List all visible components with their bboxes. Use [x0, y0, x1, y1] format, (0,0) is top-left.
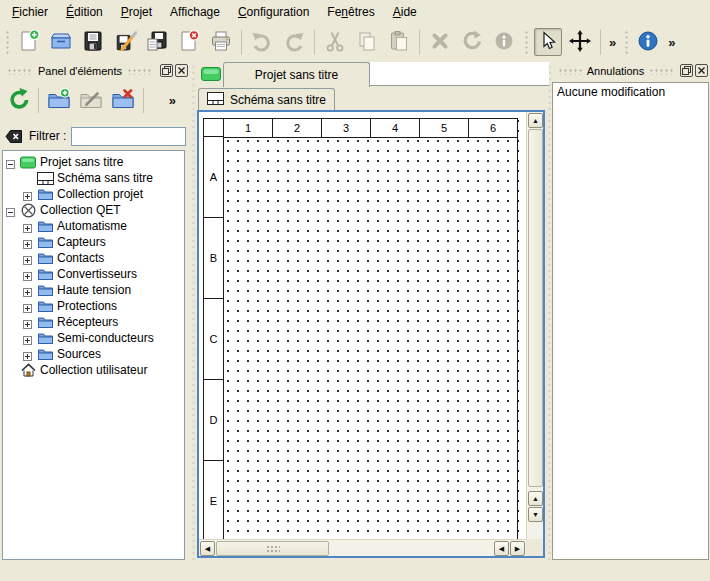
undo-history-list[interactable]: Aucune modification — [552, 82, 709, 560]
folder-blue-icon — [36, 236, 54, 248]
tree-expander-plus[interactable] — [23, 238, 32, 247]
tree-item-label: Haute tension — [57, 283, 131, 297]
menu-aide[interactable]: Aide — [384, 2, 426, 22]
undo-button[interactable] — [248, 28, 276, 56]
toolbar-handle[interactable] — [4, 29, 10, 55]
new-category-button[interactable] — [45, 86, 73, 114]
tree-expander-plus[interactable] — [23, 350, 32, 359]
horizontal-scrollbar[interactable]: ◀ ◀ ▶ — [199, 539, 526, 556]
undo-list-item[interactable]: Aucune modification — [553, 83, 708, 101]
splitter-handle[interactable] — [190, 62, 195, 560]
folder-blue-icon — [36, 268, 54, 280]
tree-item[interactable]: Collection QET — [3, 202, 184, 218]
vertical-scrollbar-thumb[interactable] — [528, 129, 543, 487]
tree-item[interactable]: Contacts — [3, 250, 184, 266]
delete-category-icon — [111, 87, 135, 114]
dock-close-button[interactable] — [695, 64, 708, 77]
tree-item[interactable]: Automatisme — [3, 218, 184, 234]
scroll-left-button[interactable]: ◀ — [200, 541, 215, 556]
diagram-info-button[interactable] — [634, 28, 662, 56]
save-as-button[interactable] — [111, 28, 139, 56]
tree-item[interactable]: Haute tension — [3, 282, 184, 298]
tree-item[interactable]: Collection utilisateur — [3, 362, 184, 378]
tree-item[interactable]: Semi-conducteurs — [3, 330, 184, 346]
move-mode-button[interactable] — [566, 28, 594, 56]
horizontal-scrollbar-thumb[interactable] — [216, 541, 329, 556]
clear-filter-button[interactable] — [4, 127, 24, 145]
reload-collections-button[interactable] — [4, 86, 32, 114]
redo-button[interactable] — [280, 28, 308, 56]
tree-expander-minus[interactable] — [6, 158, 15, 167]
tree-expander-plus[interactable] — [23, 334, 32, 343]
tree-expander-plus[interactable] — [23, 222, 32, 231]
tree-item[interactable]: Projet sans titre — [3, 154, 184, 170]
menu-edition[interactable]: Édition — [57, 2, 112, 22]
tree-expander-plus[interactable] — [23, 302, 32, 311]
sheet-column-header: 1 — [223, 118, 273, 138]
tree-item[interactable]: Collection projet — [3, 186, 184, 202]
close-file-icon — [177, 29, 201, 56]
object-info-button[interactable] — [490, 28, 518, 56]
save-icon — [81, 29, 105, 56]
scroll-up-button[interactable]: ▲ — [528, 491, 543, 506]
menu-affichage[interactable]: Affichage — [161, 2, 229, 22]
paste-button[interactable] — [385, 28, 413, 56]
sheet-row-header: B — [203, 217, 224, 299]
element-tree[interactable]: Projet sans titreSchéma sans titreCollec… — [2, 150, 185, 560]
close-file-button[interactable] — [175, 28, 203, 56]
toolbar-handle[interactable] — [523, 29, 529, 55]
tree-expander-plus[interactable] — [23, 190, 32, 199]
menu-fichier[interactable]: Fichier — [3, 2, 57, 22]
dock-float-button[interactable] — [160, 64, 173, 77]
paste-icon — [387, 29, 411, 56]
tree-expander-minus[interactable] — [6, 206, 15, 215]
toolbar-overflow-button[interactable]: » — [664, 35, 679, 50]
panel-overflow-button[interactable]: » — [165, 93, 180, 108]
tree-item[interactable]: Sources — [3, 346, 184, 362]
project-tab[interactable]: Projet sans titre — [223, 62, 370, 87]
tree-expander-plus[interactable] — [23, 254, 32, 263]
tree-item[interactable]: Récepteurs — [3, 314, 184, 330]
tree-item-label: Semi-conducteurs — [57, 331, 154, 345]
copy-button[interactable] — [353, 28, 381, 56]
edit-category-button[interactable] — [77, 86, 105, 114]
tree-expander-plus[interactable] — [23, 286, 32, 295]
tree-expander-plus[interactable] — [23, 318, 32, 327]
toolbar-separator — [600, 30, 601, 55]
undo-panel-title: Annulations — [587, 65, 645, 77]
scroll-left-button[interactable]: ◀ — [494, 541, 509, 556]
toolbar-handle[interactable] — [623, 29, 629, 55]
menu-configuration[interactable]: Configuration — [229, 2, 318, 22]
home-icon — [19, 363, 37, 377]
vertical-scrollbar[interactable]: ▲ ▲ ▼ — [526, 112, 543, 539]
cut-button[interactable] — [321, 28, 349, 56]
diagram-canvas[interactable]: 123456 ABCDE — [199, 112, 526, 539]
scroll-down-button[interactable]: ▼ — [528, 507, 543, 522]
menu-fenetres[interactable]: Fenêtres — [318, 2, 383, 22]
select-mode-button[interactable] — [534, 28, 562, 56]
tree-item[interactable]: Protections — [3, 298, 184, 314]
undo-panel-dock: Annulations Aucune modification — [551, 62, 710, 560]
schema-tab[interactable]: Schéma sans titre — [198, 88, 335, 110]
folder-blue-icon — [36, 252, 54, 264]
new-file-button[interactable] — [15, 28, 43, 56]
tree-item[interactable]: Schéma sans titre — [3, 170, 184, 186]
print-button[interactable] — [207, 28, 235, 56]
delete-category-button[interactable] — [109, 86, 137, 114]
toolbar-overflow-button[interactable]: » — [605, 35, 620, 50]
open-file-button[interactable] — [47, 28, 75, 56]
delete-button[interactable] — [426, 28, 454, 56]
filter-input[interactable] — [71, 127, 186, 146]
tree-item[interactable]: Capteurs — [3, 234, 184, 250]
scroll-up-button[interactable]: ▲ — [528, 113, 543, 128]
tree-item[interactable]: Convertisseurs — [3, 266, 184, 282]
tree-expander-plus[interactable] — [23, 270, 32, 279]
save-button[interactable] — [79, 28, 107, 56]
new-file-icon — [17, 29, 41, 56]
rotate-button[interactable] — [458, 28, 486, 56]
scroll-right-button[interactable]: ▶ — [510, 541, 525, 556]
menu-projet[interactable]: Projet — [112, 2, 161, 22]
dock-float-button[interactable] — [680, 64, 693, 77]
save-all-button[interactable] — [143, 28, 171, 56]
dock-close-button[interactable] — [175, 64, 188, 77]
